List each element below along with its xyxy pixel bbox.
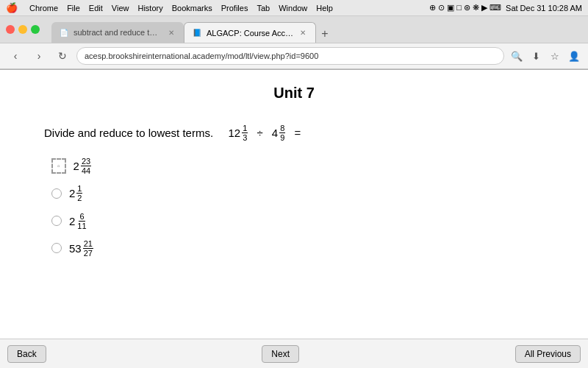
- tab1-favicon: 📄: [59, 27, 69, 38]
- menu-help[interactable]: Help: [316, 4, 333, 13]
- radio-c[interactable]: [51, 216, 62, 226]
- tab2-favicon: 📘: [192, 28, 202, 38]
- all-previous-button[interactable]: All Previous: [515, 345, 581, 363]
- close-button[interactable]: [6, 25, 15, 34]
- tab-bar: 📄 subtract and reduce to lowest ✕ 📘 ALGA…: [46, 16, 340, 43]
- toolbar-icons: 🔍 ⬇ ☆ 👤: [509, 48, 582, 64]
- menu-tab[interactable]: Tab: [257, 4, 270, 13]
- menu-view[interactable]: View: [112, 4, 129, 13]
- answer-value-a: 2 23 44: [74, 157, 92, 175]
- back-nav-button[interactable]: ‹: [6, 46, 25, 66]
- answer-value-b: 2 1 2: [69, 184, 82, 202]
- answer-b-den: 2: [76, 194, 82, 202]
- answer-b-whole: 2: [69, 188, 75, 199]
- menu-edit[interactable]: Edit: [89, 4, 103, 13]
- whole1: 12: [228, 127, 240, 138]
- minimize-button[interactable]: [18, 25, 27, 34]
- page-content: Unit 7 Divide and reduce to lowest terms…: [0, 70, 588, 339]
- menu-items: Chrome File Edit View History Bookmarks …: [29, 4, 333, 13]
- answer-option-a[interactable]: ▫ 2 23 44: [51, 157, 544, 175]
- equals-sign: =: [294, 127, 301, 139]
- tab-1[interactable]: 📄 subtract and reduce to lowest ✕: [51, 22, 184, 43]
- answer-a-fraction: 23 44: [81, 157, 91, 175]
- operand2: 4 8 9: [272, 124, 285, 142]
- address-text: acesp.brookshireinternational.academy/mo…: [85, 52, 496, 60]
- answer-option-d[interactable]: 53 21 27: [51, 239, 544, 258]
- answer-value-d: 53 21 27: [69, 239, 93, 258]
- answer-choices: ▫ 2 23 44 2 1 2: [51, 157, 544, 258]
- answer-d-den: 27: [83, 249, 93, 258]
- radio-inner-d: [54, 246, 59, 250]
- answer-d-num: 21: [83, 239, 93, 249]
- den1: 3: [242, 133, 248, 142]
- answer-b-fraction: 1 2: [76, 184, 82, 202]
- status-icons: ⊕ ⊙ ▣ □ ⊛ ❋ ▶ ⌨: [429, 3, 501, 13]
- menu-bookmarks[interactable]: Bookmarks: [172, 4, 212, 13]
- menu-right: ⊕ ⊙ ▣ □ ⊛ ❋ ▶ ⌨ Sat Dec 31 10:28 AM: [429, 3, 582, 13]
- menu-file[interactable]: File: [67, 4, 80, 13]
- selected-indicator-a: ▫: [51, 158, 66, 174]
- forward-nav-button[interactable]: ›: [29, 46, 49, 66]
- radio-inner-b: [54, 191, 59, 196]
- operand1: 12 1 3: [228, 124, 248, 142]
- radio-b[interactable]: [51, 188, 62, 199]
- answer-c-den: 11: [76, 222, 87, 230]
- radio-d[interactable]: [51, 243, 62, 253]
- question-label: Divide and reduce to lowest terms.: [44, 127, 213, 139]
- answer-a-whole: 2: [74, 160, 79, 171]
- answer-option-b[interactable]: 2 1 2: [51, 184, 544, 202]
- answer-a-den: 44: [81, 166, 91, 175]
- browser-chrome: 📄 subtract and reduce to lowest ✕ 📘 ALGA…: [0, 16, 588, 70]
- math-expression: 12 1 3 ÷ 4 8 9 =: [228, 124, 301, 142]
- fraction1: 1 3: [242, 124, 248, 142]
- whole2: 4: [272, 127, 278, 138]
- menu-history[interactable]: History: [137, 4, 162, 13]
- page-title: Unit 7: [44, 85, 544, 102]
- answer-d-fraction: 21 27: [83, 239, 93, 258]
- profile-icon[interactable]: 👤: [566, 48, 582, 64]
- apple-menu[interactable]: 🍎: [6, 2, 18, 13]
- fraction2: 8 9: [279, 124, 285, 142]
- download-icon[interactable]: ⬇: [528, 48, 544, 64]
- menu-profiles[interactable]: Profiles: [221, 4, 248, 13]
- answer-a-num: 23: [81, 157, 91, 166]
- answer-b-num: 1: [76, 184, 82, 194]
- browser-toolbar: ‹ › ↻ acesp.brookshireinternational.acad…: [0, 43, 588, 69]
- answer-c-fraction: 6 11: [76, 212, 87, 230]
- answer-option-c[interactable]: 2 6 11: [51, 212, 544, 230]
- menu-window[interactable]: Window: [279, 4, 307, 13]
- tab2-close[interactable]: ✕: [298, 28, 308, 38]
- answer-c-num: 6: [79, 212, 85, 222]
- next-button[interactable]: Next: [262, 345, 299, 363]
- question-text: Divide and reduce to lowest terms. 12 1 …: [44, 124, 544, 142]
- operator: ÷: [257, 127, 262, 139]
- search-icon[interactable]: 🔍: [509, 48, 525, 64]
- answer-c-whole: 2: [69, 216, 75, 227]
- num1: 1: [242, 124, 248, 133]
- answer-d-whole: 53: [69, 243, 82, 254]
- menu-bar: 🍎 Chrome File Edit View History Bookmark…: [0, 0, 588, 16]
- tab2-title: ALGACP: Course Access: [207, 29, 293, 38]
- menu-chrome[interactable]: Chrome: [29, 4, 58, 13]
- bottom-navigation: Back Next All Previous: [0, 339, 588, 368]
- answer-value-c: 2 6 11: [69, 212, 87, 230]
- den2: 9: [279, 133, 285, 142]
- reload-button[interactable]: ↻: [53, 46, 72, 66]
- traffic-lights: [0, 21, 46, 38]
- address-bar[interactable]: acesp.brookshireinternational.academy/mo…: [76, 47, 504, 65]
- bookmark-icon[interactable]: ☆: [547, 48, 563, 64]
- clock: Sat Dec 31 10:28 AM: [506, 4, 582, 13]
- maximize-button[interactable]: [31, 25, 40, 34]
- menu-bar-left: 🍎 Chrome File Edit View History Bookmark…: [6, 2, 333, 13]
- tab-2[interactable]: 📘 ALGACP: Course Access ✕: [184, 22, 316, 43]
- new-tab-button[interactable]: +: [316, 25, 334, 43]
- back-button[interactable]: Back: [7, 345, 46, 363]
- num2: 8: [279, 124, 285, 133]
- tab1-close[interactable]: ✕: [166, 27, 176, 38]
- radio-inner-c: [54, 219, 59, 223]
- tab1-title: subtract and reduce to lowest: [74, 28, 162, 37]
